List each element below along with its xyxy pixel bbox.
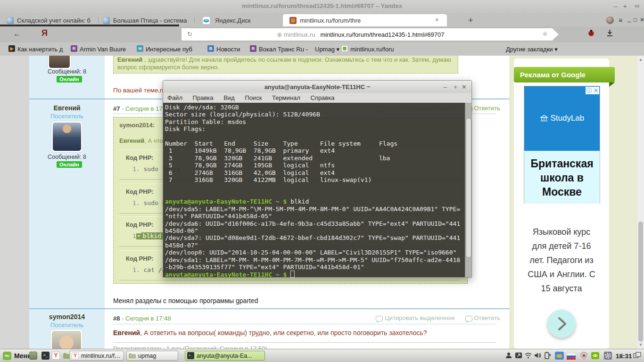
tab-separator	[98, 17, 99, 24]
tab-yandex-disk[interactable]: Яндекс.Диск	[196, 14, 281, 26]
volume-tray-icon[interactable]	[534, 352, 542, 360]
quote-bubble-icon	[376, 316, 383, 321]
folder-icon	[129, 352, 136, 359]
quote-selected-button[interactable]: Цитировать выделенное	[376, 314, 455, 321]
download-icon[interactable]	[606, 29, 613, 39]
tab-mintlinux-active[interactable]: mintlinux.ru/forum/thre ✕	[283, 14, 447, 26]
scrollbar-thumb[interactable]	[638, 222, 643, 342]
terminal-scrollbar-thumb[interactable]	[466, 118, 471, 258]
ladybug-icon[interactable]	[587, 29, 595, 37]
nvidia-tray-icon[interactable]	[591, 352, 599, 360]
menu-terminal[interactable]: Терминал	[268, 93, 305, 101]
bookmark-item[interactable]: Вокал Транс Ru -	[259, 46, 308, 53]
bookmark-star-icon[interactable]: ★	[542, 29, 548, 38]
yandex-logo[interactable]: Я	[41, 28, 48, 38]
clock[interactable]: 18:31	[616, 353, 632, 360]
reply-bubble-icon	[465, 316, 472, 321]
terminal-close-button[interactable]: ✕	[462, 83, 467, 90]
wifi-tray-icon[interactable]	[524, 352, 532, 360]
ad-headline-line: школа в	[524, 171, 600, 185]
window-button-label: anyuta@anyuta-Ea...	[197, 353, 263, 359]
bookmark-item[interactable]: mintlinux.ru/foru	[350, 46, 394, 53]
new-tab-button[interactable]: +	[464, 14, 479, 26]
browser-menu-icon[interactable]: ≡	[619, 16, 622, 24]
window-list-tray-icon[interactable]	[633, 352, 641, 360]
battery-tray-icon[interactable]	[544, 352, 552, 360]
terminal-titlebar[interactable]: anyuta@anyuta-EasyNote-TE11HC ~ – + ✕	[163, 81, 471, 93]
minimize-icon[interactable]: _	[627, 15, 631, 22]
ad-banner[interactable]: ⓘ ✕ StudyLab	[524, 86, 600, 152]
tab-label: Складской учет онлайн: б	[17, 17, 91, 24]
ad-body-text: Языковой курс для детей 7-16 лет. Педаго…	[524, 225, 599, 296]
touchpad-tray-icon[interactable]	[515, 352, 523, 360]
taskbar-window-mintlinux[interactable]: Y mintlinux.ru/foru...	[69, 351, 124, 361]
post-number: #8	[113, 315, 120, 322]
author-role: Посетитель	[29, 113, 105, 120]
titlebar-minimize-button[interactable]: –	[614, 2, 618, 10]
shield-tray-icon[interactable]	[580, 352, 588, 360]
menu-help[interactable]: Справка	[306, 93, 339, 101]
code-label: Код PHP:	[126, 154, 154, 161]
back-button[interactable]: ←	[13, 30, 21, 38]
taskbar-window-terminal[interactable]: >_ anyuta@anyuta-Ea...	[185, 351, 265, 361]
tab-label: Яндекс.Диск	[215, 17, 251, 24]
terminal-minimize-button[interactable]: –	[444, 83, 447, 90]
yandex-disk-tray-icon[interactable]	[555, 352, 564, 360]
mint-menu-icon[interactable]: lm	[3, 352, 11, 360]
post-text: Менял разделы с помощью программы gparte…	[113, 297, 258, 304]
menu-view[interactable]: Вид	[219, 93, 239, 101]
ad-next-button[interactable]	[547, 310, 576, 338]
close-icon[interactable]: ✕	[640, 16, 644, 23]
address-text: ⊕ mintlinux.ru mintlinux.ru/forum/thread…	[182, 31, 540, 38]
ru-keyboard-flag-icon[interactable]	[567, 353, 576, 361]
titlebar-restore-button[interactable]: +	[623, 2, 627, 10]
terminal-output[interactable]: Disk /dev/sda: 320GB Sector size (logica…	[163, 103, 471, 279]
terminal-launcher-icon[interactable]: >_	[41, 352, 50, 360]
browser-scrollbar[interactable]: ▲ ▼	[637, 56, 644, 349]
user-tray-icon[interactable]	[505, 352, 513, 360]
code-label: Код PHP:	[126, 188, 154, 195]
terminal-scrollbar[interactable]	[465, 103, 471, 277]
ad-headline-box[interactable]: Британская школа в Москве	[524, 151, 600, 204]
bookmark-item[interactable]: Как начертить д	[17, 46, 63, 53]
ad-close-icon[interactable]: ✕	[594, 87, 598, 94]
tab-close-icon[interactable]: ✕	[435, 17, 439, 23]
profile-avatar[interactable]	[606, 16, 614, 24]
maximize-icon[interactable]: □	[634, 16, 637, 23]
scroll-up-icon[interactable]: ▲	[637, 58, 644, 62]
scroll-down-icon[interactable]: ▼	[637, 343, 644, 347]
mintlinux-favicon	[341, 45, 348, 52]
post-date: - Сегодня в 17:48	[120, 315, 171, 322]
v-icon: В	[207, 45, 214, 52]
author-role: Посетитель	[29, 321, 105, 329]
show-desktop-icon[interactable]	[29, 352, 37, 360]
taskbar-window-upmag[interactable]: upmag	[126, 351, 178, 361]
terminal-maximize-button[interactable]: +	[454, 83, 457, 90]
bookmark-item[interactable]: Интересные пуб	[146, 46, 192, 53]
message-count: Сообщений: 8	[29, 68, 105, 75]
status-badge: Онлайн	[57, 76, 82, 82]
bookmark-folder-upmag[interactable]: Upmag ▾	[315, 46, 339, 53]
chevron-down-icon[interactable]: ▼	[136, 233, 141, 239]
ad-info-icon[interactable]: ⓘ	[586, 87, 592, 94]
menu-edit[interactable]: Правка	[189, 93, 218, 101]
menu-file[interactable]: Файл	[163, 93, 187, 101]
code-label: Код PHP:	[126, 221, 154, 228]
post-author: symon2014	[29, 313, 105, 321]
post-number: #7	[113, 105, 120, 112]
settings-gear-tray-icon[interactable]	[604, 352, 612, 360]
window-button-label: upmag	[138, 353, 176, 359]
menu-search[interactable]: Поиск	[240, 93, 266, 101]
bookmark-item[interactable]: Новости	[216, 46, 240, 53]
bookmarks-bar: ▶ Как начертить д R Armin Van Buure Н Ин…	[0, 42, 644, 56]
terminal-body[interactable]: Disk /dev/sda: 320GB Sector size (logica…	[163, 103, 471, 277]
desktop: mintlinux.ru/forum/thread12435-1.html#69…	[0, 0, 644, 362]
tab-label: Большая Птица - система	[113, 17, 187, 24]
reply-button[interactable]: Ответить	[465, 314, 501, 321]
address-bar[interactable]: ↻ ⊕ mintlinux.ru mintlinux.ru/forum/thre…	[182, 28, 559, 41]
post-actions: Цитировать выделенное Ответить	[376, 314, 500, 321]
bookmark-item[interactable]: Armin Van Buure	[80, 46, 126, 53]
yandex-browser-icon: ∞	[635, 2, 639, 9]
other-bookmarks-button[interactable]: Другие закладки ▾	[506, 46, 558, 53]
yandex-launcher-icon[interactable]: Y	[52, 352, 60, 360]
